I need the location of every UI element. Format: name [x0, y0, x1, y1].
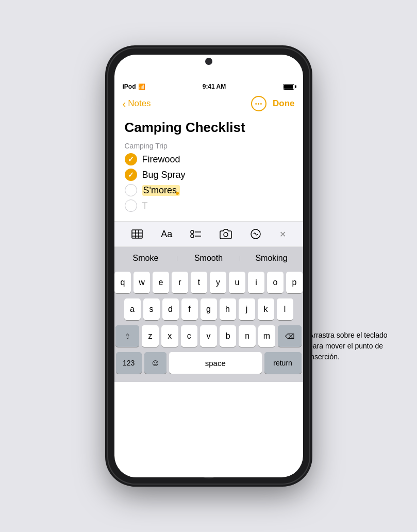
autocorrect-word-3[interactable]: Smoking — [240, 254, 303, 263]
done-button[interactable]: Done — [273, 98, 295, 109]
key-d[interactable]: d — [162, 298, 179, 320]
keyboard-row-4: 123 ☺ space return — [116, 352, 302, 374]
key-p[interactable]: p — [286, 272, 303, 293]
svg-point-8 — [191, 235, 194, 238]
checklist-text-3[interactable]: S'mores — [142, 185, 180, 196]
key-l[interactable]: l — [277, 298, 293, 320]
nav-bar: ‹ Notes ••• Done — [114, 94, 303, 115]
checkbox-4[interactable] — [125, 200, 137, 212]
svg-point-7 — [191, 230, 194, 234]
checklist-item-3: S'mores — [125, 184, 293, 196]
table-icon — [131, 228, 143, 240]
key-o[interactable]: o — [267, 272, 283, 293]
carrier-label: iPod — [123, 83, 136, 90]
key-y[interactable]: y — [210, 272, 226, 293]
key-s[interactable]: s — [143, 298, 160, 320]
key-t[interactable]: t — [191, 272, 207, 293]
keyboard-row-1: q w e r t y u i o p — [116, 272, 302, 293]
key-i[interactable]: i — [248, 272, 264, 293]
keyboard: q w e r t y u i o p a s — [114, 270, 303, 382]
wifi-icon: 📶 — [138, 84, 145, 90]
return-key[interactable]: return — [264, 352, 302, 374]
key-q[interactable]: q — [114, 272, 131, 293]
checkbox-1[interactable]: ✓ — [125, 153, 137, 165]
back-label: Notes — [128, 98, 151, 109]
checkmark-icon-2: ✓ — [128, 171, 134, 179]
checklist-item-4: T — [125, 200, 293, 212]
key-z[interactable]: z — [142, 325, 159, 347]
autocorrect-word-1[interactable]: Smoke — [114, 254, 177, 263]
emoji-key[interactable]: ☺ — [144, 352, 166, 374]
space-key[interactable]: space — [169, 352, 262, 374]
shift-key[interactable]: ⇧ — [115, 325, 139, 347]
checklist-text-4[interactable]: T — [142, 201, 148, 211]
device: iPod 📶 9:41 AM ‹ Notes — [108, 48, 309, 484]
handwriting-icon — [249, 228, 262, 240]
key-m[interactable]: m — [258, 325, 275, 347]
more-button[interactable]: ••• — [251, 96, 266, 111]
status-right — [283, 84, 294, 90]
battery-icon — [283, 84, 294, 90]
checkbox-2[interactable]: ✓ — [125, 169, 137, 181]
font-button[interactable]: Aa — [159, 227, 174, 242]
status-bar: iPod 📶 9:41 AM — [114, 79, 303, 94]
checkmark-icon-1: ✓ — [128, 155, 134, 163]
close-icon: ✕ — [279, 229, 286, 239]
table-button[interactable] — [129, 226, 145, 242]
note-area: Camping Checklist Camping Trip ✓ Firewoo… — [114, 115, 303, 221]
device-screen: iPod 📶 9:41 AM ‹ Notes — [114, 55, 303, 477]
handwriting-button[interactable] — [247, 226, 264, 242]
autocorrect-bar: Smoke Smooth Smoking — [114, 247, 303, 270]
svg-point-11 — [224, 232, 228, 237]
battery-fill — [284, 85, 293, 89]
status-time: 9:41 AM — [203, 83, 226, 90]
delete-key[interactable]: ⌫ — [278, 325, 302, 347]
checklist-item-2: ✓ Bug Spray — [125, 169, 293, 181]
camera-icon — [220, 228, 232, 240]
key-w[interactable]: w — [134, 272, 150, 293]
key-f[interactable]: f — [181, 298, 198, 320]
nav-actions: ••• Done — [251, 96, 295, 111]
key-g[interactable]: g — [201, 298, 217, 320]
key-k[interactable]: k — [258, 298, 274, 320]
camera-button[interactable] — [218, 226, 234, 242]
key-j[interactable]: j — [239, 298, 255, 320]
key-r[interactable]: r — [172, 272, 188, 293]
checklist-text-2[interactable]: Bug Spray — [142, 170, 186, 180]
key-x[interactable]: x — [161, 325, 178, 347]
keyboard-row-3: ⇧ z x c v b n m ⌫ — [116, 325, 302, 347]
checkbox-3[interactable] — [125, 184, 137, 196]
annotation-text: Arrastra sobre el teclado para mover el … — [309, 330, 402, 362]
key-n[interactable]: n — [239, 325, 256, 347]
key-e[interactable]: e — [153, 272, 169, 293]
key-u[interactable]: u — [229, 272, 245, 293]
screen-content: iPod 📶 9:41 AM ‹ Notes — [114, 79, 303, 437]
autocorrect-word-2[interactable]: Smooth — [177, 254, 240, 263]
back-button[interactable]: ‹ Notes — [123, 98, 151, 110]
status-left: iPod 📶 — [123, 83, 145, 90]
checklist-icon — [190, 228, 202, 240]
numbers-key[interactable]: 123 — [116, 352, 142, 374]
font-icon: Aa — [161, 229, 172, 240]
checklist-item-1: ✓ Firewood — [125, 153, 293, 165]
key-c[interactable]: c — [181, 325, 198, 347]
close-button[interactable]: ✕ — [277, 227, 288, 241]
key-b[interactable]: b — [220, 325, 237, 347]
section-label: Camping Trip — [125, 142, 293, 150]
front-camera — [205, 58, 212, 65]
more-icon: ••• — [255, 101, 263, 107]
checklist-button[interactable] — [188, 226, 204, 242]
text-cursor — [176, 192, 179, 195]
svg-rect-2 — [132, 230, 142, 238]
keyboard-row-2: a s d f g h j k l — [116, 298, 302, 320]
checklist-text-1[interactable]: Firewood — [142, 154, 180, 165]
key-h[interactable]: h — [220, 298, 236, 320]
note-title[interactable]: Camping Checklist — [125, 120, 293, 136]
chevron-left-icon: ‹ — [123, 98, 126, 110]
key-a[interactable]: a — [124, 298, 141, 320]
format-toolbar: Aa — [114, 221, 303, 247]
key-v[interactable]: v — [200, 325, 217, 347]
